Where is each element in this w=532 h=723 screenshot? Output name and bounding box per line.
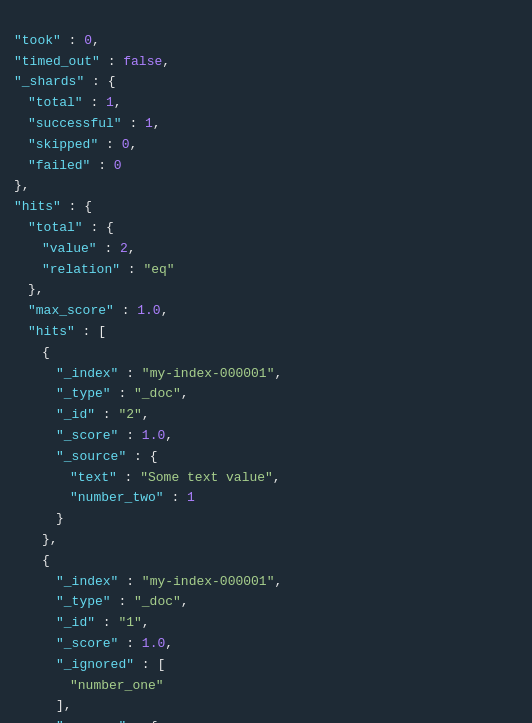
code-line: "number_two" : 1 bbox=[14, 488, 518, 509]
comma-token: , bbox=[114, 95, 122, 110]
num-token: 1.0 bbox=[142, 636, 165, 651]
key-token: "failed" bbox=[28, 158, 90, 173]
comma-token: , bbox=[162, 54, 170, 69]
key-token: "skipped" bbox=[28, 137, 98, 152]
code-line: "_type" : "_doc", bbox=[14, 592, 518, 613]
comma-token: , bbox=[161, 303, 169, 318]
key-token: "value" bbox=[42, 241, 97, 256]
colon-token: : bbox=[83, 220, 106, 235]
str-token: "1" bbox=[118, 615, 141, 630]
code-line: "number_one" bbox=[14, 676, 518, 697]
num-token: 0 bbox=[114, 158, 122, 173]
code-line: }, bbox=[14, 530, 518, 551]
colon-token: : bbox=[122, 116, 145, 131]
code-line: "_id" : "1", bbox=[14, 613, 518, 634]
key-token: "_index" bbox=[56, 366, 118, 381]
comma-token: , bbox=[142, 615, 150, 630]
colon-token: : bbox=[126, 719, 149, 723]
code-line: "successful" : 1, bbox=[14, 114, 518, 135]
code-line: "max_score" : 1.0, bbox=[14, 301, 518, 322]
code-line: "text" : "Some text value", bbox=[14, 468, 518, 489]
key-token: "took" bbox=[14, 33, 61, 48]
str-token: "eq" bbox=[143, 262, 174, 277]
key-token: "max_score" bbox=[28, 303, 114, 318]
str-token: "my-index-000001" bbox=[142, 366, 275, 381]
code-line: "took" : 0, bbox=[14, 31, 518, 52]
colon-token: : bbox=[84, 74, 107, 89]
colon-token: : bbox=[61, 33, 84, 48]
comma-token: , bbox=[129, 137, 137, 152]
comma-token: , bbox=[274, 574, 282, 589]
brace-token: } bbox=[56, 511, 64, 526]
key-token: "_type" bbox=[56, 386, 111, 401]
str-token: "_doc" bbox=[134, 386, 181, 401]
str-token: "2" bbox=[118, 407, 141, 422]
code-line: }, bbox=[14, 176, 518, 197]
key-token: "_ignored" bbox=[56, 657, 134, 672]
code-line: "total" : 1, bbox=[14, 93, 518, 114]
key-token: "_shards" bbox=[14, 74, 84, 89]
comma-token: , bbox=[181, 594, 189, 609]
key-token: "hits" bbox=[28, 324, 75, 339]
brace-token: { bbox=[42, 553, 50, 568]
str-token: "_doc" bbox=[134, 594, 181, 609]
key-token: "timed_out" bbox=[14, 54, 100, 69]
colon-token: : bbox=[118, 428, 141, 443]
key-token: "_index" bbox=[56, 574, 118, 589]
colon-token: : bbox=[118, 366, 141, 381]
code-line: "timed_out" : false, bbox=[14, 52, 518, 73]
brace-token: }, bbox=[14, 178, 30, 193]
key-token: "_source" bbox=[56, 719, 126, 723]
str-token: "number_one" bbox=[70, 678, 164, 693]
code-line: "_score" : 1.0, bbox=[14, 426, 518, 447]
bracket-token: [ bbox=[98, 324, 106, 339]
colon-token: : bbox=[111, 386, 134, 401]
key-token: "total" bbox=[28, 95, 83, 110]
key-token: "number_two" bbox=[70, 490, 164, 505]
code-line: "_index" : "my-index-000001", bbox=[14, 572, 518, 593]
str-token: "my-index-000001" bbox=[142, 574, 275, 589]
code-line: "value" : 2, bbox=[14, 239, 518, 260]
colon-token: : bbox=[120, 262, 143, 277]
code-line: "_source" : { bbox=[14, 447, 518, 468]
key-token: "relation" bbox=[42, 262, 120, 277]
num-token: 1 bbox=[106, 95, 114, 110]
brace-token: { bbox=[106, 220, 114, 235]
comma-token: , bbox=[273, 470, 281, 485]
code-line: "_shards" : { bbox=[14, 72, 518, 93]
key-token: "_id" bbox=[56, 615, 95, 630]
comma-token: , bbox=[92, 33, 100, 48]
colon-token: : bbox=[90, 158, 113, 173]
num-token: 1.0 bbox=[137, 303, 160, 318]
code-line: "total" : { bbox=[14, 218, 518, 239]
code-line: "_id" : "2", bbox=[14, 405, 518, 426]
bool-token: false bbox=[123, 54, 162, 69]
colon-token: : bbox=[118, 636, 141, 651]
code-line: "_index" : "my-index-000001", bbox=[14, 364, 518, 385]
code-line: "_ignored" : [ bbox=[14, 655, 518, 676]
comma-token: , bbox=[274, 366, 282, 381]
comma-token: , bbox=[165, 636, 173, 651]
key-token: "_type" bbox=[56, 594, 111, 609]
brace-token: { bbox=[108, 74, 116, 89]
key-token: "hits" bbox=[14, 199, 61, 214]
key-token: "total" bbox=[28, 220, 83, 235]
colon-token: : bbox=[134, 657, 157, 672]
code-line: ], bbox=[14, 696, 518, 717]
code-line: "_type" : "_doc", bbox=[14, 384, 518, 405]
comma-token: , bbox=[165, 428, 173, 443]
brace-token: { bbox=[150, 449, 158, 464]
num-token: 1 bbox=[187, 490, 195, 505]
num-token: 2 bbox=[120, 241, 128, 256]
colon-token: : bbox=[114, 303, 137, 318]
key-token: "_score" bbox=[56, 636, 118, 651]
brace-token: { bbox=[84, 199, 92, 214]
num-token: 1.0 bbox=[142, 428, 165, 443]
colon-token: : bbox=[164, 490, 187, 505]
colon-token: : bbox=[111, 594, 134, 609]
bracket-token: [ bbox=[157, 657, 165, 672]
brace-token: { bbox=[150, 719, 158, 723]
code-line: }, bbox=[14, 280, 518, 301]
key-token: "_score" bbox=[56, 428, 118, 443]
comma-token: , bbox=[181, 386, 189, 401]
